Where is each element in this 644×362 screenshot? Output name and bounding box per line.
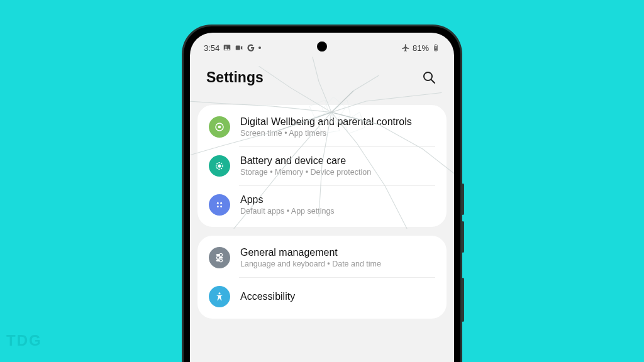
item-title: Accessibility [240,291,435,302]
item-subtitle: Screen time • App timers [240,129,435,138]
accessibility-icon [209,286,230,307]
item-title: Apps [240,194,435,206]
svg-point-14 [217,206,219,207]
svg-rect-2 [236,46,240,50]
search-button[interactable] [421,70,438,86]
svg-point-9 [218,126,221,129]
svg-point-22 [219,292,221,294]
item-subtitle: Default apps • App settings [240,207,435,216]
settings-item-battery-device-care[interactable]: Battery and device care Storage • Memory… [197,146,447,185]
status-dot [258,47,261,49]
svg-line-7 [431,80,435,83]
svg-point-1 [225,47,226,48]
settings-item-apps[interactable]: Apps Default apps • App settings [197,185,447,224]
settings-item-digital-wellbeing[interactable]: Digital Wellbeing and parental controls … [197,107,447,146]
status-left: 3:54 [204,43,261,53]
general-management-icon [209,247,230,268]
power-button[interactable] [462,278,464,322]
phone-frame: 3:54 81% [184,26,460,362]
item-title: Battery and device care [240,155,435,167]
settings-item-general-management[interactable]: General management Language and keyboard… [197,238,447,277]
svg-rect-4 [435,45,436,45]
apps-icon [209,194,230,216]
svg-point-12 [217,202,219,204]
airplane-icon [401,43,410,52]
wellbeing-icon [209,116,230,138]
settings-item-accessibility[interactable]: Accessibility [197,277,447,316]
camera-hole [317,41,327,52]
video-icon [235,43,243,52]
svg-point-19 [219,253,223,256]
svg-point-6 [424,72,432,80]
google-icon [247,43,255,52]
screen: 3:54 81% [190,33,454,362]
settings-header: Settings [190,58,454,105]
volume-up-button[interactable] [462,184,464,215]
device-care-icon [209,155,230,177]
item-title: General management [240,247,435,258]
volume-down-button[interactable] [462,221,464,253]
svg-point-17 [217,256,220,260]
status-time: 3:54 [204,43,219,53]
battery-icon [431,43,440,52]
svg-point-21 [219,259,223,262]
watermark-text: TDG [6,332,42,349]
status-battery-text: 81% [413,43,429,53]
item-title: Digital Wellbeing and parental controls [240,116,435,128]
settings-group: Digital Wellbeing and parental controls … [197,105,447,227]
svg-point-15 [220,206,222,207]
svg-point-11 [218,165,221,167]
settings-group: General management Language and keyboard… [197,236,447,319]
page-title: Settings [206,69,264,86]
item-subtitle: Storage • Memory • Device protection [240,168,435,177]
image-icon [223,43,231,52]
svg-point-13 [220,202,222,204]
settings-list: Digital Wellbeing and parental controls … [190,105,454,319]
item-subtitle: Language and keyboard • Date and time [240,260,435,268]
status-right: 81% [401,43,440,53]
